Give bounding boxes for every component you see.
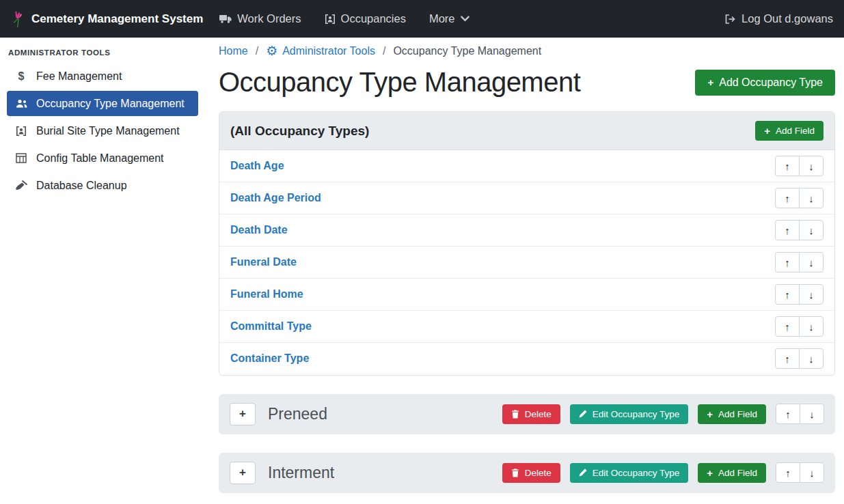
move-down-button[interactable]: ↓	[800, 462, 824, 483]
logout-button[interactable]: Log Out d.gowans	[724, 12, 833, 25]
dollar-icon: $	[14, 70, 29, 83]
field-link[interactable]: Container Type	[230, 352, 309, 365]
trash-icon	[511, 468, 519, 477]
sidebar-item-database-cleanup[interactable]: Database Cleanup	[7, 173, 198, 198]
add-field-button[interactable]: + Add Field	[755, 121, 823, 141]
reorder-buttons: ↑ ↓	[775, 252, 823, 272]
field-link[interactable]: Funeral Home	[230, 288, 303, 300]
up-arrow-icon: ↑	[785, 467, 791, 479]
move-down-button[interactable]: ↓	[799, 348, 823, 369]
reorder-buttons: ↑ ↓	[775, 220, 823, 240]
sidebar: Administrator Tools $ Fee Management Occ…	[0, 38, 205, 504]
gear-icon: ⚙	[266, 44, 277, 57]
top-navbar: Cemetery Management System Work Orders	[0, 0, 844, 38]
field-row: Container Type ↑ ↓	[219, 343, 834, 375]
move-up-button[interactable]: ↑	[775, 316, 800, 337]
sidebar-item-burial-site-type-management[interactable]: Burial Site Type Management	[7, 118, 198, 143]
move-up-button[interactable]: ↑	[776, 404, 800, 424]
breadcrumb-admin-tools-link[interactable]: ⚙ Administrator Tools	[266, 44, 375, 57]
add-field-button[interactable]: + Add Field	[698, 404, 766, 424]
down-arrow-icon: ↓	[808, 160, 814, 172]
move-down-button[interactable]: ↓	[799, 284, 823, 305]
add-occupancy-type-button[interactable]: + Add Occupancy Type	[695, 70, 835, 96]
button-label: Edit Occupancy Type	[593, 468, 679, 478]
person-frame-icon	[14, 126, 29, 137]
move-down-button[interactable]: ↓	[799, 188, 823, 208]
app-brand[interactable]: Cemetery Management System	[11, 10, 203, 28]
nav-work-orders[interactable]: Work Orders	[219, 12, 301, 25]
move-up-button[interactable]: ↑	[776, 462, 800, 483]
nav-occupancies[interactable]: Occupancies	[325, 12, 406, 25]
card-title: (All Occupancy Types)	[230, 124, 369, 139]
button-label: Delete	[525, 468, 552, 478]
sidebar-item-label: Burial Site Type Management	[36, 125, 180, 137]
breadcrumb-label: Administrator Tools	[282, 45, 375, 57]
up-arrow-icon: ↑	[785, 353, 790, 365]
page-title: Occupancy Type Management	[219, 67, 580, 98]
breadcrumb-current: Occupancy Type Management	[393, 45, 541, 57]
reorder-buttons: ↑ ↓	[776, 404, 824, 424]
card-header: (All Occupancy Types) + Add Field	[219, 112, 834, 150]
move-up-button[interactable]: ↑	[775, 348, 800, 369]
field-link[interactable]: Funeral Date	[230, 256, 297, 268]
up-arrow-icon: ↑	[785, 289, 790, 300]
plus-icon: +	[707, 77, 713, 87]
field-row: Death Age ↑ ↓	[219, 150, 834, 182]
button-label: Add Field	[776, 126, 815, 136]
field-link[interactable]: Committal Type	[230, 320, 312, 333]
nav-label: More	[429, 12, 455, 25]
reorder-buttons: ↑ ↓	[775, 188, 823, 208]
move-down-button[interactable]: ↓	[799, 252, 823, 272]
reorder-buttons: ↑ ↓	[775, 284, 823, 305]
logout-icon	[724, 14, 736, 25]
up-arrow-icon: ↑	[785, 160, 790, 172]
users-icon	[14, 98, 29, 109]
sidebar-item-fee-management[interactable]: $ Fee Management	[7, 64, 198, 89]
plus-icon: +	[764, 126, 770, 136]
move-up-button[interactable]: ↑	[775, 252, 800, 272]
down-arrow-icon: ↓	[808, 257, 814, 268]
sidebar-item-label: Database Cleanup	[36, 180, 127, 192]
move-down-button[interactable]: ↓	[800, 404, 824, 424]
down-arrow-icon: ↓	[809, 408, 815, 420]
sidebar-item-config-table-management[interactable]: Config Table Management	[7, 145, 198, 171]
move-down-button[interactable]: ↓	[799, 156, 823, 176]
field-row: Funeral Date ↑ ↓	[219, 247, 834, 279]
main-content: Home / ⚙ Administrator Tools / Occupancy…	[205, 38, 844, 504]
move-up-button[interactable]: ↑	[775, 220, 800, 240]
edit-occupancy-type-button[interactable]: Edit Occupancy Type	[570, 404, 688, 424]
edit-occupancy-type-button[interactable]: Edit Occupancy Type	[570, 463, 688, 483]
section-title: Preneed	[268, 405, 327, 423]
breadcrumb-home-link[interactable]: Home	[219, 45, 248, 57]
down-arrow-icon: ↓	[808, 321, 814, 333]
broom-icon	[14, 180, 29, 191]
button-label: Add Field	[718, 468, 757, 478]
move-up-button[interactable]: ↑	[775, 156, 800, 176]
field-link[interactable]: Death Age Period	[230, 192, 321, 204]
move-down-button[interactable]: ↓	[799, 316, 823, 337]
expand-button[interactable]: +	[230, 462, 256, 484]
plus-icon: +	[707, 409, 713, 419]
breadcrumb-separator: /	[256, 45, 258, 57]
field-link[interactable]: Death Date	[230, 224, 288, 236]
down-arrow-icon: ↓	[809, 467, 815, 479]
button-label: Delete	[525, 409, 552, 419]
down-arrow-icon: ↓	[808, 353, 814, 365]
nav-more[interactable]: More	[429, 12, 469, 25]
move-down-button[interactable]: ↓	[799, 220, 823, 240]
delete-button[interactable]: Delete	[502, 404, 560, 424]
add-field-button[interactable]: + Add Field	[698, 463, 766, 483]
breadcrumb-separator: /	[383, 45, 385, 57]
sidebar-item-label: Fee Management	[36, 70, 122, 83]
expand-button[interactable]: +	[230, 403, 256, 425]
move-up-button[interactable]: ↑	[775, 188, 800, 208]
field-link[interactable]: Death Age	[230, 160, 284, 172]
up-arrow-icon: ↑	[785, 225, 790, 236]
move-up-button[interactable]: ↑	[775, 284, 800, 305]
button-label: Add Field	[718, 409, 757, 419]
breadcrumb: Home / ⚙ Administrator Tools / Occupancy…	[219, 44, 835, 57]
delete-button[interactable]: Delete	[502, 463, 560, 483]
field-row: Funeral Home ↑ ↓	[219, 279, 834, 311]
field-row: Committal Type ↑ ↓	[219, 311, 834, 343]
sidebar-item-occupancy-type-management[interactable]: Occupancy Type Management	[7, 91, 198, 116]
